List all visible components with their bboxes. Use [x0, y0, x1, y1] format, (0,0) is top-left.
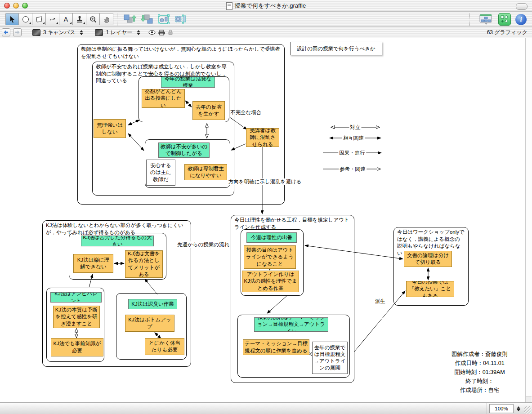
node-active-class[interactable]: 今年の授業は活発な授業 — [161, 77, 215, 88]
inspector-button[interactable] — [498, 13, 511, 26]
main-toolbar: A — [0, 12, 532, 27]
arrow-ideas-reflection[interactable] — [185, 101, 192, 107]
layer-print-icon[interactable] — [158, 30, 165, 36]
send-backward-icon — [140, 13, 154, 25]
credits-block[interactable]: 図解作成者：斎藤俊則 作成日時：04.11.01 開始時刻：01:39AM 終了… — [427, 350, 532, 395]
zoom-tool-button[interactable] — [86, 13, 100, 25]
arrow-ambivalent-noteasy[interactable] — [89, 274, 93, 287]
send-backward-button[interactable] — [139, 13, 156, 26]
credits-start: 開始時刻：01:39AM — [427, 368, 532, 377]
palettes-button[interactable] — [478, 13, 494, 26]
node-kj-merit[interactable]: KJ法は文書を作る方法としてメリットがある — [125, 250, 163, 278]
canvas-stepper[interactable] — [80, 30, 83, 35]
arrow-confused-anxious[interactable] — [231, 144, 246, 150]
arrow-reason-doclogic[interactable] — [305, 245, 403, 259]
vertical-scrollbar[interactable] — [525, 38, 532, 402]
node-outline-work[interactable]: アウトライン作りはKJ法の感性を理性でまとめる作業 — [242, 271, 299, 292]
legend-reference-label[interactable]: 参考・関連 — [339, 166, 367, 173]
node-kj-bottom-up[interactable]: KJ法はボトムアップ — [125, 315, 174, 332]
selection-tool-button[interactable] — [5, 13, 19, 25]
layer-lock-icon[interactable] — [168, 29, 173, 36]
zoom-level-field[interactable]: 100% — [489, 404, 514, 413]
drawing-canvas[interactable]: 教師は専制的に振る舞ってはいけないが，無関心な親のようにほったらかしで受講者を混… — [0, 38, 532, 402]
layer-visibility-eye-icon[interactable] — [148, 30, 156, 35]
ellipse-tool-button[interactable] — [19, 13, 32, 25]
hand-tool-button[interactable] — [100, 13, 113, 25]
node-relief-teacher[interactable]: 安心するのは主に教師だ — [146, 160, 175, 186]
layer-stepper[interactable] — [137, 30, 140, 35]
node-kj-reward[interactable]: KJ法は苦労した分得るもの大きい — [81, 236, 154, 246]
node-use-reflection[interactable]: 去年の反省を生かす — [192, 101, 225, 120]
text-tool-button[interactable]: A — [59, 13, 73, 25]
flyout-indicator — [70, 22, 72, 24]
hand-icon — [103, 15, 111, 23]
node-kj-hands-on[interactable]: とにかく体当たりも必要 — [145, 338, 184, 355]
status-bar: 100% — [0, 402, 532, 414]
ungroup-button[interactable] — [173, 13, 190, 26]
flyout-indicator — [56, 22, 58, 24]
bring-forward-button[interactable] — [121, 13, 139, 26]
stepper-up-icon — [137, 30, 140, 32]
arrow-incomplete-case[interactable] — [230, 117, 247, 129]
window-title: 授業で何をすべきか.graffle — [235, 2, 306, 10]
ungroup-icon — [174, 13, 188, 25]
label-incomplete-case[interactable]: 不完全な場合 — [230, 109, 261, 116]
node-kj-essence[interactable]: KJ法の本質は予断を控えて感性を研ぎ澄ますこと — [53, 306, 100, 328]
app-window: 授業で何をすべきか.graffle A — [0, 0, 532, 414]
node-work-flow[interactable]: 作業の流れはテーマ・ミッション→目標規程文→アウトライン — [254, 317, 328, 332]
label-derivation[interactable]: 派生 — [374, 298, 386, 305]
ellipse-icon — [22, 15, 30, 23]
line-tool-button[interactable] — [46, 13, 59, 25]
label-show-direction[interactable]: 方向を明確に示し混乱を避ける — [228, 178, 303, 185]
node-kj-prior-knowledge[interactable]: KJ法でも事前知識が必要 — [51, 338, 103, 356]
node-want-to-teach[interactable]: 今日の授業では「教えたい」こともある — [406, 281, 454, 297]
node-kj-ambivalent[interactable]: KJ法はアンビバレント — [50, 292, 102, 303]
node-ideas-class[interactable]: 発想がどんどん出る授業にしたい — [142, 89, 185, 108]
info-button[interactable]: i — [515, 14, 527, 25]
bring-forward-icon — [123, 13, 137, 25]
curve-icon — [49, 15, 57, 23]
document-icon — [226, 2, 232, 10]
credits-place: 作成場所：自宅 — [427, 386, 532, 395]
arrow-noforce-active[interactable] — [128, 120, 139, 125]
node-teacher-despot[interactable]: 教師は専制君主になりやすい — [184, 164, 227, 180]
toolbar-separator — [469, 13, 470, 26]
flyout-indicator — [83, 22, 85, 24]
window-resize-grip[interactable] — [524, 406, 532, 414]
shape-tool-button[interactable] — [32, 13, 46, 25]
flyout-indicator — [29, 22, 31, 24]
node-no-forcing[interactable]: 無理強いはしない — [94, 119, 126, 138]
stepper-down-icon — [137, 33, 140, 35]
legend-causal-label[interactable]: 因果・進行 — [338, 150, 366, 156]
node-kj-dirty[interactable]: KJ法は泥臭い作業 — [128, 299, 177, 309]
arrow-dirty-merit[interactable] — [145, 279, 157, 294]
node-teacher-anxious[interactable]: 教師は不安が多いので制御したがる — [158, 142, 210, 158]
stamp-tool-button[interactable] — [73, 13, 86, 25]
forward-button[interactable] — [13, 28, 22, 36]
legend-mutual-label[interactable]: 相互関連 — [342, 135, 365, 142]
group-button[interactable] — [156, 13, 173, 26]
node-work-order[interactable]: テーマ・ミッション→目標規程文の順に作業を進める — [243, 339, 309, 355]
flyout-indicator — [43, 22, 45, 24]
node-reason-turn[interactable]: 今週は理性の出番 — [246, 232, 297, 243]
cursor-arrow-icon — [8, 15, 16, 23]
zoom-stepper[interactable] — [517, 406, 520, 411]
node-kj-not-easy[interactable]: KJ法は楽に理解できない — [73, 254, 113, 273]
node-students-confused[interactable]: 受講者は教師に混乱させられる — [246, 128, 279, 147]
legend-opposition-label[interactable]: 対立 — [349, 124, 362, 131]
arrow-reason-workflow[interactable] — [267, 296, 287, 313]
node-class-purpose[interactable]: 授業の目的はアウトラインができるようになること — [244, 245, 296, 269]
node-last-year-flow[interactable]: 去年の授業では目標規程文→アウトラインの展開 — [312, 342, 348, 374]
credits-date: 作成日時：04.11.01 — [427, 359, 532, 368]
canvas-selector-label[interactable]: 3 キャンバス — [43, 29, 75, 36]
arrow-noforce-anxious[interactable] — [128, 134, 144, 151]
palette-window-icon — [479, 13, 493, 26]
text-tool-icon: A — [64, 16, 68, 23]
layer-selector-label[interactable]: 1 レイヤー — [106, 29, 132, 36]
toolbar-toggle-button[interactable] — [516, 3, 528, 10]
label-last-week-flow[interactable]: 先週からの授業の流れ — [176, 241, 230, 248]
node-doc-logic[interactable]: 文書の論理は分けて切り取る — [404, 251, 452, 267]
scrollbar-corner — [526, 396, 532, 402]
layer-thumbnail-icon — [95, 29, 103, 36]
back-button[interactable] — [2, 28, 10, 36]
